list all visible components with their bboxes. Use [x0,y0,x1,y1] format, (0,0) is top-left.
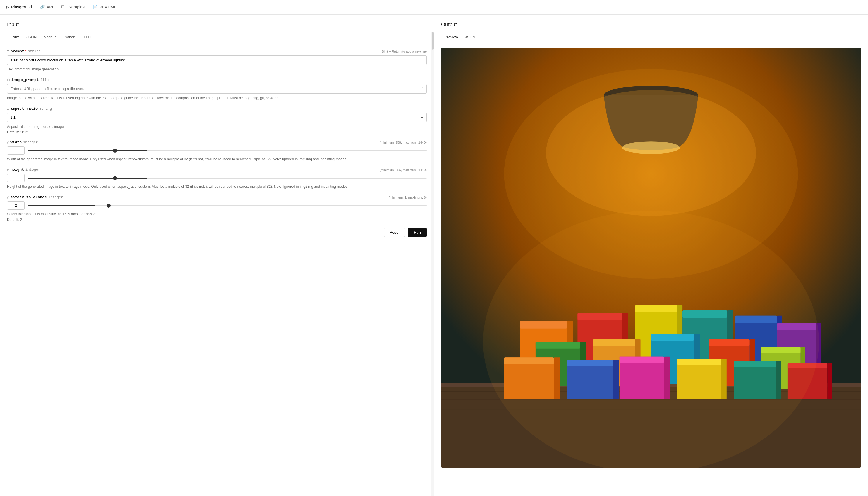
field-width: # width integer (minimum: 256, maximum: … [7,140,427,162]
scrollbar-handle[interactable] [432,32,434,50]
reset-button[interactable]: Reset [384,228,405,237]
field-aspect-ratio-label: ≡ aspect_ratio string [7,106,52,111]
height-value-input[interactable] [7,174,25,182]
nav-label-api: API [47,5,53,9]
width-description: Width of the generated image in text-to-… [7,156,427,162]
width-slider[interactable] [28,150,427,151]
nav-item-playground[interactable]: ▷ Playground [6,0,32,14]
readme-icon: 📄 [93,5,97,9]
play-icon: ▷ [6,5,9,9]
safety-default: Default: 2 [7,218,427,222]
tab-json-output[interactable]: JSON [461,32,479,42]
width-slider-row [7,146,427,155]
prompt-field-name: prompt* [11,49,27,53]
image-prompt-field-name: image_prompt [11,78,39,82]
aspect-ratio-type-icon: ≡ [7,107,9,111]
api-icon: 🔗 [40,5,45,9]
height-range-label: (minimum: 256, maximum: 1440) [380,168,427,172]
field-width-header: # width integer (minimum: 256, maximum: … [7,140,427,144]
aspect-ratio-field-type: string [39,107,52,111]
nav-label-playground: Playground [11,5,32,9]
top-nav: ▷ Playground 🔗 API ☐ Examples 📄 README [0,0,868,15]
image-prompt-field-type: file [41,78,49,82]
aspect-ratio-default: Default: "1:1" [7,130,427,134]
image-prompt-type-icon: ☐ [7,78,10,82]
examples-icon: ☐ [61,5,65,9]
field-image-prompt-label: ☐ image_prompt file [7,78,49,82]
prompt-hint: Shift + Return to add a new line [382,50,427,53]
height-field-type: integer [26,168,40,172]
main-layout: Input Form JSON Node.js Python HTTP T pr… [0,15,868,496]
tab-nodejs[interactable]: Node.js [40,32,60,42]
safety-slider-row [7,201,427,210]
aspect-ratio-select[interactable]: 1:1 16:9 9:16 4:3 3:4 21:9 custom [7,113,427,122]
safety-type-icon: # [7,196,9,199]
field-prompt: T prompt* string Shift + Return to add a… [7,49,427,72]
height-field-name: height [10,168,24,172]
safety-value-input[interactable] [7,201,25,210]
safety-description: Safety tolerance, 1 is most strict and 6… [7,212,427,217]
prompt-field-type: string [28,49,41,53]
width-type-icon: # [7,141,9,144]
image-prompt-input-wrapper: ⤴ [7,84,427,94]
field-safety-tolerance-header: # safety_tolerance integer (minimum: 1, … [7,195,427,199]
output-image-container [441,48,861,468]
upload-icon: ⤴ [422,87,424,91]
nav-item-readme[interactable]: 📄 README [92,0,117,14]
nav-item-examples[interactable]: ☐ Examples [61,0,85,14]
prompt-input[interactable] [7,55,427,65]
field-height-header: # height integer (minimum: 256, maximum:… [7,168,427,172]
output-title: Output [441,22,861,28]
input-title: Input [7,22,427,28]
output-tabs: Preview JSON [441,32,861,42]
nav-item-api[interactable]: 🔗 API [40,0,54,14]
bottom-buttons: Reset Run [7,228,427,237]
tab-preview[interactable]: Preview [441,32,461,42]
aspect-ratio-select-wrapper: 1:1 16:9 9:16 4:3 3:4 21:9 custom ▼ [7,113,427,122]
width-range-label: (minimum: 256, maximum: 1440) [380,141,427,144]
image-prompt-description: Image to use with Flux Redux. This is us… [7,95,427,100]
field-prompt-label: T prompt* string [7,49,41,53]
tab-http[interactable]: HTTP [79,32,96,42]
field-safety-tolerance: # safety_tolerance integer (minimum: 1, … [7,195,427,222]
field-image-prompt-header: ☐ image_prompt file [7,78,427,82]
field-width-label: # width integer [7,140,38,144]
field-safety-tolerance-label: # safety_tolerance integer [7,195,63,199]
aspect-ratio-description: Aspect ratio for the generated image [7,124,427,129]
field-aspect-ratio-header: ≡ aspect_ratio string [7,106,427,111]
right-panel: Output Preview JSON [434,15,868,496]
height-type-icon: # [7,168,9,172]
field-height: # height integer (minimum: 256, maximum:… [7,168,427,189]
safety-slider[interactable] [28,205,427,206]
safety-field-name: safety_tolerance [10,195,47,199]
output-image [441,48,861,468]
prompt-type-icon: T [7,50,9,53]
tab-form[interactable]: Form [7,32,23,42]
field-image-prompt: ☐ image_prompt file ⤴ Image to use with … [7,78,427,100]
prompt-description: Text prompt for image generation [7,67,427,72]
nav-label-readme: README [99,5,117,9]
tab-python[interactable]: Python [60,32,79,42]
image-prompt-input[interactable] [7,84,427,94]
input-tabs: Form JSON Node.js Python HTTP [7,32,427,42]
field-prompt-header: T prompt* string Shift + Return to add a… [7,49,427,53]
width-field-type: integer [23,140,38,144]
svg-rect-60 [827,363,832,400]
safety-field-type: integer [48,195,63,199]
run-button[interactable]: Run [408,228,427,237]
nav-label-examples: Examples [66,5,84,9]
field-height-label: # height integer [7,168,40,172]
svg-point-61 [483,211,819,468]
safety-range-label: (minimum: 1, maximum: 6) [389,196,427,199]
width-value-input[interactable] [7,146,25,155]
height-description: Height of the generated image in text-to… [7,184,427,189]
field-aspect-ratio: ≡ aspect_ratio string 1:1 16:9 9:16 4:3 … [7,106,427,134]
tab-json[interactable]: JSON [23,32,40,42]
width-field-name: width [10,140,22,144]
height-slider-row [7,174,427,182]
height-slider[interactable] [28,177,427,179]
aspect-ratio-field-name: aspect_ratio [10,106,38,111]
left-panel: Input Form JSON Node.js Python HTTP T pr… [0,15,434,496]
